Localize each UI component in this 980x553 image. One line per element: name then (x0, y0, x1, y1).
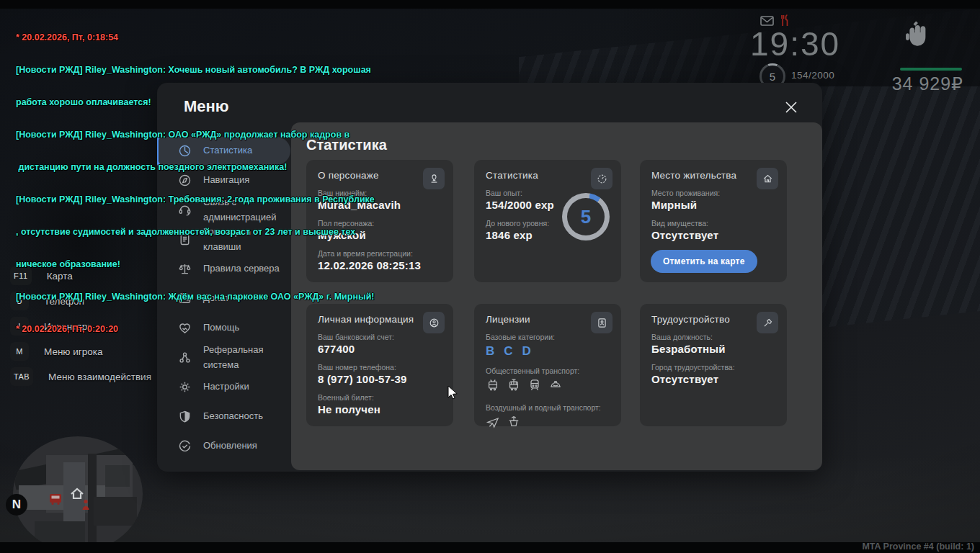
field-value: Безработный (651, 343, 775, 355)
home-icon (757, 168, 778, 189)
level-ring: 5 (562, 193, 610, 240)
sidebar-item-settings[interactable]: Настройки (157, 372, 291, 402)
updates-icon (177, 439, 192, 454)
game-screen: * 20.02.2026, Пт, 0:18:54 [Новости РЖД] … (0, 0, 980, 553)
chat-line: [Новости РЖД] Riley_Washington: Требован… (16, 194, 375, 205)
close-icon (783, 107, 799, 117)
compass-north-badge: N (6, 494, 27, 516)
chat-line: * 20.02.2026, Пт, 0:20:20 (16, 324, 375, 335)
profile-icon (423, 312, 445, 333)
money-amount: 34 929₽ (892, 73, 963, 94)
hud-time: 19:30 (750, 24, 840, 63)
close-button[interactable] (782, 99, 801, 117)
category-letter: D (522, 344, 531, 359)
field-value: Отсутствует (651, 373, 775, 385)
fist-icon (901, 17, 933, 56)
public-transport-icons (486, 378, 610, 395)
sidebar-item-updates[interactable]: Обновления (157, 431, 291, 461)
licenses-public-label: Общественный транспорт: (486, 367, 610, 375)
exp-counter: 154/2000 (791, 70, 834, 81)
train-icon (527, 378, 542, 395)
tram-icon (507, 378, 521, 395)
idcard-icon (591, 312, 612, 333)
hotkey-label: Меню взаимодействия (48, 372, 151, 382)
bus-stop-icon (48, 491, 63, 510)
settings-icon (177, 379, 192, 395)
sidebar-item-security[interactable]: Безопасность (157, 402, 291, 431)
category-letter: B (486, 344, 494, 359)
gauge-icon (591, 168, 612, 189)
field-label: Ваша должность: (651, 333, 775, 341)
card-statistics: Статистика Ваш опыт: 154/2000 exp До нов… (474, 160, 621, 282)
hotkey-interaction-menu: TAB Меню взаимодействия (10, 367, 151, 386)
chat-line: [Новости РЖД] Riley_Washington: Ждём вас… (16, 292, 375, 302)
bust-icon (423, 168, 445, 189)
mark-on-map-button[interactable]: Отметить на карте (651, 250, 757, 273)
boat-icon (507, 415, 521, 432)
field-label: Военный билет: (318, 393, 442, 402)
field-value: Мирный (651, 199, 775, 211)
taxi-icon (548, 378, 563, 395)
level-number: 5 (567, 198, 605, 235)
sidebar-item-label: Настройки (203, 379, 288, 395)
category-letter: C (504, 344, 512, 359)
field-label: Ваш номер телефона: (318, 363, 442, 372)
chat-line: ническое образование! (16, 259, 375, 270)
field-label: Место проживания: (651, 189, 775, 197)
player-marker-icon (79, 498, 92, 514)
server-build-label: MTA Province #4 (build: 1) (862, 541, 974, 552)
license-categories: B C D (486, 344, 610, 359)
plane-icon (486, 415, 500, 432)
field-label: Вид имущества: (651, 219, 775, 228)
licenses-airwater-label: Воздушный и водный транспорт: (486, 403, 610, 412)
sidebar-item-label: Обновления (203, 439, 288, 454)
chat-line: [Новости РЖД] Riley_Washington: Хочешь н… (16, 65, 375, 76)
chat-log: * 20.02.2026, Пт, 0:18:54 [Новости РЖД] … (16, 11, 375, 356)
field-value: 8 (977) 100-57-39 (318, 373, 442, 385)
security-icon (177, 409, 192, 425)
chat-line: работа хорошо оплачивается! (16, 97, 375, 108)
card-employment: Трудоустройство Ваша должность: Безработ… (640, 304, 787, 426)
letterbox-bottom (0, 542, 980, 553)
card-licenses: Лицензии Базовые категории: B C D Общест… (474, 304, 621, 426)
sidebar-item-label: Безопасность (203, 409, 288, 424)
chat-line: [Новости РЖД] Riley_Washington: ОАО «РЖД… (16, 130, 375, 140)
licenses-categories-label: Базовые категории: (486, 333, 610, 341)
chat-line: * 20.02.2026, Пт, 0:18:54 (16, 32, 375, 43)
letterbox-top (0, 0, 980, 9)
airwater-transport-icons (486, 415, 610, 432)
work-icon (757, 312, 778, 333)
card-residence: Место жительства Место проживания: Мирны… (640, 160, 787, 282)
key-chip: TAB (10, 367, 33, 386)
chat-line: дистанцию пути на должность поездного эл… (16, 162, 375, 173)
chat-line: , отсутствие судимостей и задолженностей… (16, 227, 375, 238)
field-value: Отсутствует (651, 229, 775, 241)
field-label: Город трудоустройства: (651, 363, 775, 372)
trolleybus-icon (486, 378, 500, 395)
health-bar (900, 68, 962, 71)
mouse-cursor (447, 385, 460, 404)
field-value: Не получен (318, 403, 442, 415)
